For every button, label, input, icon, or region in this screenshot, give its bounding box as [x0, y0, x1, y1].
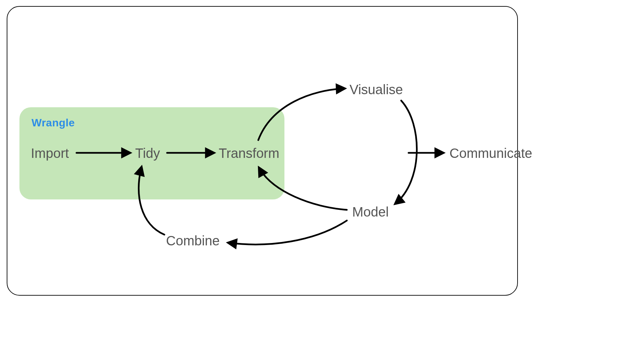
- diagram-stage: Wrangle Import Tidy Transform Visualise …: [0, 0, 644, 362]
- node-transform: Transform: [219, 146, 279, 160]
- node-import: Import: [31, 146, 69, 160]
- node-visualise: Visualise: [350, 83, 403, 96]
- node-communicate: Communicate: [449, 146, 532, 160]
- node-model: Model: [352, 205, 389, 219]
- node-combine: Combine: [166, 234, 220, 247]
- node-tidy: Tidy: [135, 146, 160, 160]
- wrangle-group-label: Wrangle: [32, 117, 75, 129]
